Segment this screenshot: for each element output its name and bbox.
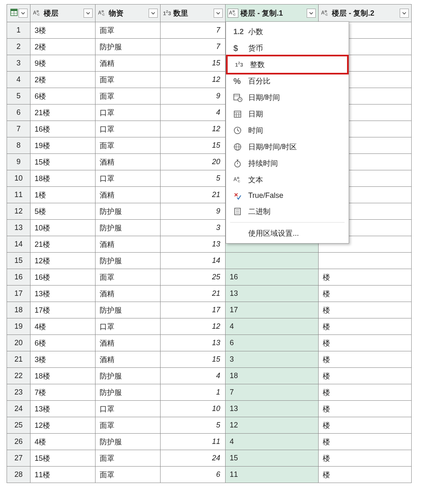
cell-floor[interactable]: 2楼 xyxy=(30,72,96,88)
cell-floor[interactable]: 12楼 xyxy=(30,417,96,434)
cell-supplies[interactable]: 面罩 xyxy=(96,467,161,483)
cell-supplies[interactable]: 面罩 xyxy=(96,450,161,467)
cell-floor-copy1[interactable]: 13 xyxy=(226,401,319,417)
cell-qty[interactable]: 17 xyxy=(161,302,226,318)
cell-supplies[interactable]: 口罩 xyxy=(96,105,161,121)
cell-floor[interactable]: 4楼 xyxy=(30,434,96,450)
column-type-button-supplies[interactable]: ABC xyxy=(98,9,106,17)
row-number-cell[interactable]: 12 xyxy=(7,203,30,220)
column-filter-dropdown[interactable] xyxy=(149,9,158,18)
cell-floor[interactable]: 19楼 xyxy=(30,137,96,154)
column-filter-dropdown[interactable] xyxy=(400,9,409,18)
cell-floor[interactable]: 1楼 xyxy=(30,187,96,203)
cell-floor-copy1[interactable]: 16 xyxy=(226,269,319,286)
cell-qty[interactable]: 10 xyxy=(161,401,226,417)
cell-floor[interactable]: 6楼 xyxy=(30,335,96,351)
column-type-button-floor[interactable]: ABC xyxy=(33,9,41,17)
cell-floor[interactable]: 15楼 xyxy=(30,154,96,170)
cell-supplies[interactable]: 酒精 xyxy=(96,335,161,351)
type-menu-item-datetime[interactable]: 日期/时间 xyxy=(226,89,349,106)
cell-qty[interactable]: 15 xyxy=(161,55,226,72)
cell-floor[interactable]: 3楼 xyxy=(30,351,96,368)
column-header-floor[interactable]: ABC楼层 xyxy=(30,4,96,22)
row-number-cell[interactable]: 26 xyxy=(7,434,30,450)
row-number-cell[interactable]: 19 xyxy=(7,318,30,335)
column-header-floor_c1[interactable]: ABC楼层 - 复制.1 xyxy=(226,4,319,22)
cell-floor-copy1[interactable]: 12 xyxy=(226,417,319,434)
row-number-cell[interactable]: 24 xyxy=(7,401,30,417)
row-number-cell[interactable]: 6 xyxy=(7,105,30,121)
cell-qty[interactable]: 25 xyxy=(161,269,226,286)
cell-floor[interactable]: 12楼 xyxy=(30,253,96,269)
cell-floor-copy2[interactable] xyxy=(319,253,412,269)
cell-supplies[interactable]: 面罩 xyxy=(96,417,161,434)
cell-supplies[interactable]: 酒精 xyxy=(96,154,161,170)
cell-floor-copy1[interactable]: 18 xyxy=(226,368,319,384)
cell-qty[interactable]: 1 xyxy=(161,384,226,401)
cell-supplies[interactable]: 面罩 xyxy=(96,137,161,154)
cell-floor-copy2[interactable]: 楼 xyxy=(319,450,412,467)
type-menu-item-locale[interactable]: 使用区域设置... xyxy=(226,225,349,242)
cell-qty[interactable]: 20 xyxy=(161,154,226,170)
cell-supplies[interactable]: 防护服 xyxy=(96,39,161,55)
row-number-cell[interactable]: 23 xyxy=(7,384,30,401)
cell-qty[interactable]: 21 xyxy=(161,187,226,203)
cell-floor[interactable]: 16楼 xyxy=(30,269,96,286)
column-header-qty[interactable]: 123数里 xyxy=(161,4,226,22)
row-number-cell[interactable]: 25 xyxy=(7,417,30,434)
cell-floor-copy1[interactable]: 11 xyxy=(226,467,319,483)
column-type-button-qty[interactable]: 123 xyxy=(163,10,171,16)
type-menu-item-currency[interactable]: $货币 xyxy=(226,40,349,56)
cell-floor[interactable]: 17楼 xyxy=(30,302,96,318)
type-menu-item-date[interactable]: 日期 xyxy=(226,106,349,122)
row-number-cell[interactable]: 1 xyxy=(7,22,30,39)
cell-supplies[interactable]: 酒精 xyxy=(96,286,161,302)
cell-floor-copy2[interactable]: 楼 xyxy=(319,417,412,434)
type-menu-item-integer[interactable]: 123整数 xyxy=(226,55,349,74)
column-filter-dropdown[interactable] xyxy=(214,9,223,18)
column-header-supplies[interactable]: ABC物资 xyxy=(96,4,161,22)
column-type-button-floor_c1[interactable]: ABC xyxy=(228,9,238,17)
row-number-cell[interactable]: 22 xyxy=(7,368,30,384)
cell-qty[interactable]: 3 xyxy=(161,220,226,236)
cell-floor-copy1[interactable]: 6 xyxy=(226,335,319,351)
cell-qty[interactable]: 6 xyxy=(161,467,226,483)
cell-qty[interactable]: 15 xyxy=(161,137,226,154)
cell-supplies[interactable]: 面罩 xyxy=(96,22,161,39)
row-number-cell[interactable]: 8 xyxy=(7,137,30,154)
row-number-cell[interactable]: 7 xyxy=(7,121,30,137)
column-type-button-floor_c2[interactable]: ABC xyxy=(321,9,329,17)
cell-qty[interactable]: 9 xyxy=(161,203,226,220)
column-filter-dropdown[interactable] xyxy=(307,9,316,18)
cell-floor-copy1[interactable]: 3 xyxy=(226,351,319,368)
cell-floor-copy2[interactable]: 楼 xyxy=(319,434,412,450)
cell-floor-copy1[interactable]: 4 xyxy=(226,434,319,450)
cell-floor[interactable]: 13楼 xyxy=(30,286,96,302)
cell-floor-copy1[interactable]: 15 xyxy=(226,450,319,467)
cell-qty[interactable]: 12 xyxy=(161,121,226,137)
cell-floor[interactable]: 9楼 xyxy=(30,55,96,72)
row-number-cell[interactable]: 2 xyxy=(7,39,30,55)
cell-floor[interactable]: 2楼 xyxy=(30,39,96,55)
cell-floor[interactable]: 5楼 xyxy=(30,203,96,220)
type-menu-item-time[interactable]: 时间 xyxy=(226,122,349,139)
cell-floor[interactable]: 11楼 xyxy=(30,467,96,483)
cell-qty[interactable]: 9 xyxy=(161,88,226,105)
cell-floor[interactable]: 3楼 xyxy=(30,22,96,39)
row-number-cell[interactable]: 13 xyxy=(7,220,30,236)
type-menu-item-text[interactable]: ABC文本 xyxy=(226,172,349,188)
cell-supplies[interactable]: 口罩 xyxy=(96,401,161,417)
row-number-cell[interactable]: 16 xyxy=(7,269,30,286)
cell-supplies[interactable]: 防护服 xyxy=(96,203,161,220)
cell-qty[interactable]: 14 xyxy=(161,253,226,269)
column-filter-dropdown[interactable] xyxy=(84,9,93,18)
cell-supplies[interactable]: 面罩 xyxy=(96,269,161,286)
cell-floor-copy2[interactable]: 楼 xyxy=(319,384,412,401)
cell-floor-copy2[interactable]: 楼 xyxy=(319,302,412,318)
cell-floor-copy2[interactable]: 楼 xyxy=(319,318,412,335)
row-number-cell[interactable]: 3 xyxy=(7,55,30,72)
cell-qty[interactable]: 7 xyxy=(161,39,226,55)
cell-supplies[interactable]: 酒精 xyxy=(96,187,161,203)
row-number-cell[interactable]: 15 xyxy=(7,253,30,269)
cell-qty[interactable]: 4 xyxy=(161,368,226,384)
